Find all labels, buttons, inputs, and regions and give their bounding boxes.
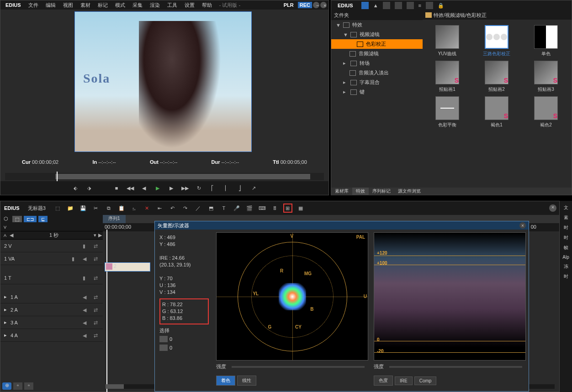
menu-edit[interactable]: 编辑 [42,1,59,10]
timeline-scale[interactable]: 1 秒 [14,232,94,239]
preview-monitor[interactable]: Sola [74,11,252,152]
menu-mode[interactable]: 模式 [112,1,128,10]
search-icon[interactable] [407,2,414,9]
tool-scope[interactable]: ⊞ [283,204,292,213]
rtab-1[interactable]: 素 [561,214,571,221]
scale-left-icon[interactable]: ◀ [10,232,14,238]
tool-select[interactable]: ⬚ [53,204,62,213]
tool-paste[interactable]: 📋 [117,204,126,213]
timeline-clip[interactable]: 2 [105,262,150,272]
track-2a[interactable]: ▸2 A◀⇄ [0,303,103,316]
menu-help[interactable]: 帮助 [199,1,215,10]
up-icon[interactable]: ▲ [373,3,378,8]
minimize-icon[interactable]: − [313,2,319,8]
loop-icon[interactable]: ↻ [195,184,203,192]
rtab-3[interactable]: 时 [561,235,571,241]
thumb-balance[interactable]: 色彩平衡 [429,96,465,128]
import-icon[interactable] [383,2,390,9]
prev-frame-icon[interactable]: ◀ [140,184,148,192]
track-4a[interactable]: ▸4 A◀⇄ [0,329,103,342]
playhead[interactable] [106,230,107,392]
tool-delete[interactable]: ✕ [143,204,152,213]
sel-swatch-2[interactable] [159,345,168,351]
menu-settings[interactable]: 设置 [181,1,198,10]
tool-audio[interactable]: 🎤 [232,204,241,213]
track-video-icon[interactable]: ▮ [72,256,77,261]
zoom-fit-icon[interactable]: ⊕ [2,382,11,390]
list-icon[interactable]: ≡ [418,3,421,8]
thumb-yuv-curve[interactable]: YUV曲线 [429,25,465,57]
timeline-close-icon[interactable]: × [549,204,556,212]
tab-seq-markers[interactable]: 序列标记 [369,188,394,195]
tool-cut[interactable]: ✂ [91,204,101,213]
tree-item-effects[interactable]: ▼特效 [331,20,423,30]
track-3a[interactable]: ▸3 A◀⇄ [0,316,103,329]
tool-mixer[interactable]: 🎚 [270,204,280,213]
scale-dropdown-icon[interactable]: ▾ [94,232,98,238]
track-lock-icon[interactable]: ⇄ [94,256,99,261]
track-2v[interactable]: 2 V▮⇄ [0,240,103,252]
va-a[interactable]: A [0,233,10,238]
rtab-4[interactable]: 帧 [561,245,571,251]
sequence-tab[interactable]: 序列1 [103,215,126,223]
rewind-icon[interactable]: ◀◀ [126,184,134,192]
rec-button[interactable]: REC [298,2,312,8]
track-1va[interactable]: 1 VA▮◀⇄ [0,252,103,265]
tab-clip-lib[interactable]: 素材库 [331,188,352,195]
menu-view[interactable]: 视图 [60,1,76,10]
track-1a[interactable]: ▸1 A◀⇄ [0,291,103,303]
tool-keyboard[interactable]: ⌨ [258,204,267,213]
tool-title[interactable]: T [219,204,228,213]
next-frame-icon[interactable]: ▶ [167,184,175,192]
filter-icon[interactable] [395,2,402,9]
tree-item-colorcorrect[interactable]: 色彩校正 [331,39,423,49]
rtab-7[interactable]: 时 [561,273,571,280]
track-video-icon[interactable]: ▮ [83,243,88,249]
zoom-in-icon[interactable]: ▫ [13,382,22,390]
scope-close-icon[interactable]: × [519,222,526,229]
tool-undo[interactable]: ↶ [168,204,177,213]
menu-file[interactable]: 文件 [25,1,42,10]
tool-copy[interactable]: ⧉ [104,204,113,213]
tool-group[interactable]: ⬒ [207,204,216,213]
tab-effects[interactable]: 特效 [352,188,369,195]
mode-insert[interactable]: ⊏⊐ [24,216,37,222]
tool-video[interactable]: 🎬 [245,204,254,213]
tree-item-audiofilter[interactable]: 音频滤镜 [331,49,423,58]
mark-in-icon[interactable]: ⎡ [208,184,217,192]
menu-marker[interactable]: 标记 [95,1,111,10]
play-icon[interactable]: ▶ [154,184,162,192]
grid-icon[interactable] [426,2,433,9]
tree-item-audiofade[interactable]: 音频淡入淡出 [331,68,423,78]
export-icon[interactable]: ↗ [249,184,258,192]
rtab-5[interactable]: Alp [561,255,571,260]
tool-open[interactable]: 📁 [66,204,75,213]
track-audio-icon[interactable]: ◀ [83,256,88,261]
tool-save[interactable]: 💾 [79,204,88,213]
thumb-poster1[interactable]: S招贴画1 [429,61,465,93]
ire-button[interactable]: IRE [395,376,413,385]
thumb-3way-color[interactable]: 三路色彩校正 [479,25,514,57]
thumb-mono[interactable]: 单色 [528,25,564,57]
close-icon[interactable]: × [320,2,327,8]
sel-swatch-1[interactable] [159,336,168,342]
tree-item-videofilter[interactable]: ▼视频滤镜 [331,30,423,39]
mark-mid-icon[interactable]: ⎢ [222,184,230,192]
rtab-2[interactable]: 时 [561,225,571,231]
mode-normal[interactable]: ⬚ [12,216,22,222]
waveform-display[interactable]: +120 +100 0 -20 [374,232,526,361]
intensity-slider-1[interactable] [232,366,365,368]
rtab-6[interactable]: 冻 [561,263,571,270]
comp-button[interactable]: Comp [414,376,437,385]
thumb-sepia1[interactable]: S褐色1 [479,96,514,128]
tool-razor[interactable]: ／ [194,204,203,213]
tree-item-key[interactable]: ▸键 [331,87,423,97]
mode-overwrite[interactable]: ⊑ [38,216,48,222]
tree-item-titlemix[interactable]: ▸字幕混合 [331,78,423,87]
thumb-poster2[interactable]: S招贴画2 [479,61,514,93]
va-v[interactable]: V [0,225,10,230]
menu-capture[interactable]: 采集 [129,1,146,10]
stop-icon[interactable]: ■ [112,184,121,192]
thumb-poster3[interactable]: S招贴画3 [528,61,564,93]
scrub-bar[interactable] [5,173,324,180]
